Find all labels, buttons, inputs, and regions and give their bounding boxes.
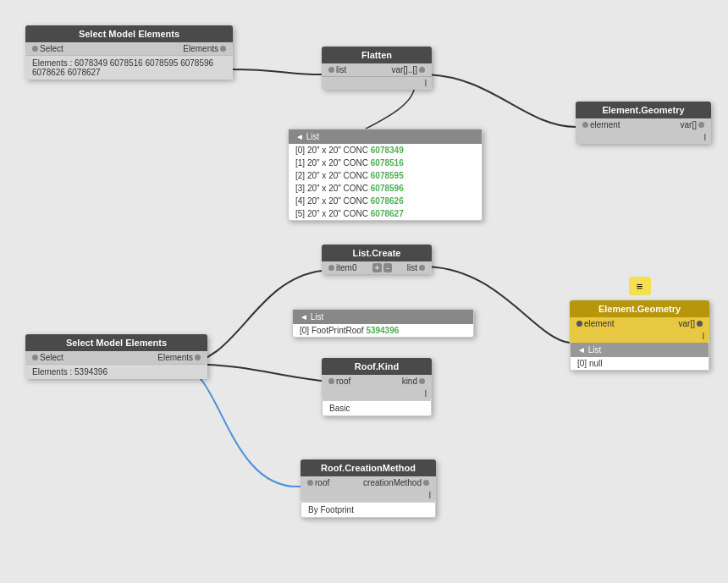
list-item: [4] 20" x 20" CONC 6078626 — [289, 195, 482, 207]
roof-cm-roof-port: roof — [315, 478, 329, 487]
eg2-list-item: [0] null — [571, 357, 709, 370]
list-create-list-port: list — [407, 263, 417, 272]
list-item: [0] FootPrintRoof 5394396 — [293, 324, 473, 337]
list-item: [0] 20" x 20" CONC 6078349 — [289, 144, 482, 157]
list-create-plus[interactable]: + — [372, 263, 383, 272]
eg1-element-port: element — [590, 120, 620, 129]
select-port-label: Select — [40, 44, 63, 53]
list-item: [1] 20" x 20" CONC 6078516 — [289, 157, 482, 169]
eg1-var-port: var[] — [681, 120, 697, 129]
element-geometry-1-node: Element.Geometry element var[] l — [576, 102, 711, 144]
elements-port-label: Elements — [183, 44, 218, 53]
list-create-minus[interactable]: - — [383, 263, 391, 272]
select-model-elements-2-node: Select Model Elements Select Elements El… — [25, 334, 207, 379]
list-node-2: ◄ List [0] FootPrintRoof 5394396 — [292, 309, 474, 338]
list-create-header: List.Create — [322, 245, 432, 261]
element-geometry-2-header: Element.Geometry — [570, 300, 709, 317]
roof-creation-method-output: By Footprint — [301, 502, 436, 518]
eg2-list-header: ◄ List — [571, 343, 709, 357]
roof-kind-roof-port: roof — [336, 377, 350, 386]
list-item: [3] 20" x 20" CONC 6078596 — [289, 182, 482, 195]
flatten-varll-port: var[]..[] — [391, 65, 417, 74]
list-create-node: List.Create item0 + - list — [322, 245, 432, 274]
roof-kind-output: Basic — [322, 400, 432, 416]
list-item: [2] 20" x 20" CONC 6078595 — [289, 169, 482, 182]
eg2-element-port: element — [584, 319, 615, 328]
element-geometry-1-header: Element.Geometry — [576, 102, 711, 118]
select-elements-output-2: Elements : 5394396 — [25, 364, 207, 379]
roof-kind-kind-port: kind — [402, 377, 417, 386]
element-geometry-2-node: ≡ Element.Geometry element var[] l ◄ Lis… — [570, 300, 709, 371]
flatten-header: Flatten — [322, 47, 432, 63]
select-model-elements-1-node: Select Model Elements Select Elements El… — [25, 25, 233, 80]
select-model-elements-1-header: Select Model Elements — [25, 25, 233, 42]
flatten-node: Flatten list var[]..[] l — [322, 47, 432, 90]
note-icon: ≡ — [629, 277, 651, 295]
roof-creation-method-node: Roof.CreationMethod roof creationMethod … — [301, 459, 436, 518]
flatten-list-port: list — [336, 65, 346, 74]
list-create-item0-port: item0 — [336, 263, 356, 272]
elements2-port-label: Elements — [157, 353, 193, 362]
roof-kind-header: Roof.Kind — [322, 358, 432, 375]
select-elements-output-1: Elements : 6078349 6078516 6078595 60785… — [25, 55, 233, 80]
list-node-2-header: ◄ List — [293, 310, 473, 324]
select-model-elements-2-header: Select Model Elements — [25, 334, 207, 351]
eg2-var-port: var[] — [679, 319, 695, 328]
select2-port-label: Select — [40, 353, 63, 362]
roof-cm-creation-port: creationMethod — [363, 478, 422, 487]
roof-kind-node: Roof.Kind roof kind l Basic — [322, 358, 432, 416]
list-item: [5] 20" x 20" CONC 6078627 — [289, 207, 482, 220]
list-node-1-header: ◄ List — [289, 129, 482, 144]
roof-creation-method-header: Roof.CreationMethod — [301, 459, 436, 476]
list-node-1: ◄ List [0] 20" x 20" CONC 6078349[1] 20"… — [288, 129, 483, 221]
